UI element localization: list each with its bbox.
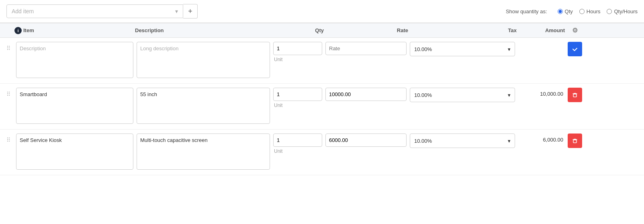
qty-option-qty[interactable]: Qty bbox=[558, 8, 573, 14]
row2-delete-button[interactable] bbox=[568, 88, 582, 102]
row1-confirm-button[interactable] bbox=[568, 42, 582, 56]
table-row: ⠿ Smartboard 55 inch Unit 10.00% ▾ 10,00… bbox=[0, 84, 644, 129]
row2-tax-select[interactable]: 10.00% ▾ bbox=[410, 88, 515, 102]
header-gear: ⚙ bbox=[565, 27, 585, 34]
row2-rate-input[interactable] bbox=[325, 88, 407, 101]
drag-handle[interactable]: ⠿ bbox=[6, 134, 14, 143]
qty-radio-hours[interactable] bbox=[579, 9, 585, 14]
chevron-down-icon: ▾ bbox=[508, 92, 511, 98]
chevron-down-icon: ▾ bbox=[508, 46, 511, 52]
row3-item-col: Self Service Kiosk bbox=[14, 134, 135, 171]
row2-tax-col: 10.00% ▾ bbox=[408, 88, 517, 102]
row1-item-input[interactable] bbox=[16, 42, 133, 78]
row1-amount-col bbox=[517, 42, 565, 45]
row3-rate-col bbox=[324, 134, 408, 147]
svg-rect-1 bbox=[573, 140, 577, 143]
plus-icon: + bbox=[188, 7, 192, 16]
drag-handle[interactable]: ⠿ bbox=[6, 88, 14, 97]
add-item-dropdown[interactable]: Add item ▾ bbox=[6, 4, 183, 18]
svg-rect-0 bbox=[573, 94, 577, 97]
gear-icon: ⚙ bbox=[572, 27, 578, 34]
row1-qty-input[interactable] bbox=[273, 42, 322, 55]
add-item-plus-button[interactable]: + bbox=[183, 4, 198, 18]
row3-qty-input[interactable] bbox=[273, 134, 322, 147]
row2-action-col bbox=[565, 88, 585, 102]
header-item: i Item bbox=[14, 27, 135, 34]
qty-radio-qty-hours[interactable] bbox=[607, 9, 612, 14]
show-qty-options: Show quantity as: Qty Hours Qty/Hours bbox=[506, 8, 638, 14]
row3-amount-col: 6,000.00 bbox=[517, 134, 565, 143]
row2-amount: 10,000.00 bbox=[540, 88, 563, 97]
add-item-container: Add item ▾ + bbox=[6, 4, 198, 18]
row1-rate-input[interactable] bbox=[325, 42, 407, 55]
add-item-placeholder: Add item bbox=[12, 8, 34, 14]
drag-handle[interactable]: ⠿ bbox=[6, 42, 14, 51]
row3-qty-col: Unit bbox=[272, 134, 324, 154]
show-qty-label: Show quantity as: bbox=[506, 8, 547, 14]
qty-label-hours: Hours bbox=[587, 8, 601, 14]
row3-amount: 6,000.00 bbox=[543, 134, 563, 143]
row1-rate-col bbox=[324, 42, 408, 55]
row3-tax-select[interactable]: 10.00% ▾ bbox=[410, 134, 515, 148]
row1-action-col bbox=[565, 42, 585, 56]
row2-tax-value: 10.00% bbox=[414, 92, 432, 98]
row3-unit-label: Unit bbox=[273, 148, 282, 154]
chevron-down-icon: ▾ bbox=[175, 8, 178, 14]
chevron-down-icon: ▾ bbox=[508, 138, 511, 144]
row2-item-col: Smartboard bbox=[14, 88, 135, 125]
qty-label-qty-hours: Qty/Hours bbox=[614, 8, 638, 14]
table-header: i Item Description Qty Rate Tax Amount ⚙ bbox=[0, 23, 644, 38]
row1-tax-col: 10.00% ▾ bbox=[408, 42, 517, 56]
row3-item-input[interactable]: Self Service Kiosk bbox=[16, 134, 133, 170]
qty-radio-qty[interactable] bbox=[558, 9, 563, 14]
trash-icon bbox=[572, 138, 578, 144]
header-rate: Rate bbox=[324, 27, 408, 33]
row3-delete-button[interactable] bbox=[568, 134, 582, 148]
top-bar: Add item ▾ + Show quantity as: Qty Hours… bbox=[0, 0, 644, 23]
check-icon bbox=[572, 46, 578, 52]
qty-label-qty: Qty bbox=[565, 8, 573, 14]
row3-tax-value: 10.00% bbox=[414, 138, 432, 144]
header-description: Description bbox=[135, 27, 272, 33]
row2-item-input[interactable]: Smartboard bbox=[16, 88, 133, 124]
row1-tax-value: 10.00% bbox=[414, 46, 432, 52]
row2-qty-col: Unit bbox=[272, 88, 324, 108]
header-tax: Tax bbox=[408, 27, 517, 33]
row2-description-input[interactable]: 55 inch bbox=[137, 88, 270, 124]
row1-tax-select[interactable]: 10.00% ▾ bbox=[410, 42, 515, 56]
row1-item-col bbox=[14, 42, 135, 79]
table-row: ⠿ Self Service Kiosk Multi-touch capacit… bbox=[0, 129, 644, 175]
trash-icon bbox=[572, 92, 578, 98]
row3-description-col: Multi-touch capacitive screen bbox=[135, 134, 272, 171]
row3-action-col bbox=[565, 134, 585, 148]
header-qty: Qty bbox=[272, 27, 324, 33]
row2-description-col: 55 inch bbox=[135, 88, 272, 125]
row2-amount-col: 10,000.00 bbox=[517, 88, 565, 97]
row2-qty-input[interactable] bbox=[273, 88, 322, 101]
qty-option-qty-hours[interactable]: Qty/Hours bbox=[607, 8, 638, 14]
row3-rate-input[interactable] bbox=[325, 134, 407, 147]
row3-tax-col: 10.00% ▾ bbox=[408, 134, 517, 148]
table-row: ⠿ Unit 10.00% ▾ bbox=[0, 38, 644, 84]
row1-description-input[interactable] bbox=[137, 42, 270, 78]
row2-unit-label: Unit bbox=[273, 103, 282, 108]
info-icon: i bbox=[14, 27, 22, 34]
row1-description-col bbox=[135, 42, 272, 79]
row1-unit-label: Unit bbox=[273, 57, 282, 62]
qty-option-hours[interactable]: Hours bbox=[579, 8, 601, 14]
row2-rate-col bbox=[324, 88, 408, 101]
row1-qty-col: Unit bbox=[272, 42, 324, 62]
row3-description-input[interactable]: Multi-touch capacitive screen bbox=[137, 134, 270, 170]
header-amount: Amount bbox=[517, 27, 565, 33]
